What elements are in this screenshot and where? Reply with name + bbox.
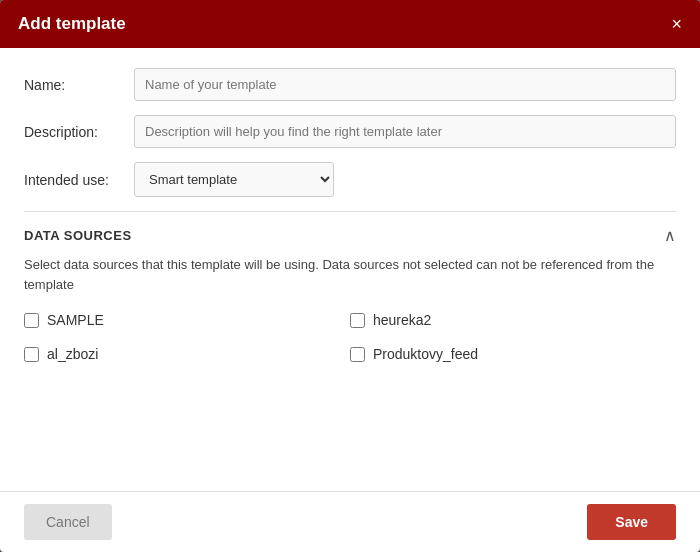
- checkbox-produktovy-feed[interactable]: Produktovy_feed: [350, 346, 676, 362]
- checkbox-produktovy-feed-input[interactable]: [350, 347, 365, 362]
- intended-use-row: Intended use: Smart template Other: [24, 162, 676, 197]
- intended-use-select[interactable]: Smart template Other: [134, 162, 334, 197]
- cancel-button[interactable]: Cancel: [24, 504, 112, 540]
- data-sources-section-header: DATA SOURCES ∧: [24, 211, 676, 245]
- description-input[interactable]: [134, 115, 676, 148]
- add-template-modal: Add template × Name: Description: Intend…: [0, 0, 700, 552]
- checkbox-heureka2[interactable]: heureka2: [350, 312, 676, 328]
- save-button[interactable]: Save: [587, 504, 676, 540]
- name-label: Name:: [24, 77, 134, 93]
- modal-footer: Cancel Save: [0, 491, 700, 552]
- data-sources-title: DATA SOURCES: [24, 228, 132, 243]
- checkbox-al-zbozi-label: al_zbozi: [47, 346, 98, 362]
- name-input[interactable]: [134, 68, 676, 101]
- checkbox-al-zbozi[interactable]: al_zbozi: [24, 346, 350, 362]
- description-label: Description:: [24, 124, 134, 140]
- checkbox-sample-label: SAMPLE: [47, 312, 104, 328]
- checkbox-heureka2-label: heureka2: [373, 312, 431, 328]
- checkbox-heureka2-input[interactable]: [350, 313, 365, 328]
- modal-title: Add template: [18, 14, 126, 34]
- checkbox-sample-input[interactable]: [24, 313, 39, 328]
- name-row: Name:: [24, 68, 676, 101]
- checkbox-al-zbozi-input[interactable]: [24, 347, 39, 362]
- checkbox-produktovy-feed-label: Produktovy_feed: [373, 346, 478, 362]
- collapse-button[interactable]: ∧: [664, 226, 676, 245]
- data-sources-grid: SAMPLE heureka2 al_zbozi Produktovy_feed: [24, 312, 676, 362]
- data-sources-description: Select data sources that this template w…: [24, 255, 676, 294]
- description-row: Description:: [24, 115, 676, 148]
- close-button[interactable]: ×: [671, 15, 682, 33]
- checkbox-sample[interactable]: SAMPLE: [24, 312, 350, 328]
- modal-header: Add template ×: [0, 0, 700, 48]
- intended-use-label: Intended use:: [24, 172, 134, 188]
- modal-body: Name: Description: Intended use: Smart t…: [0, 48, 700, 491]
